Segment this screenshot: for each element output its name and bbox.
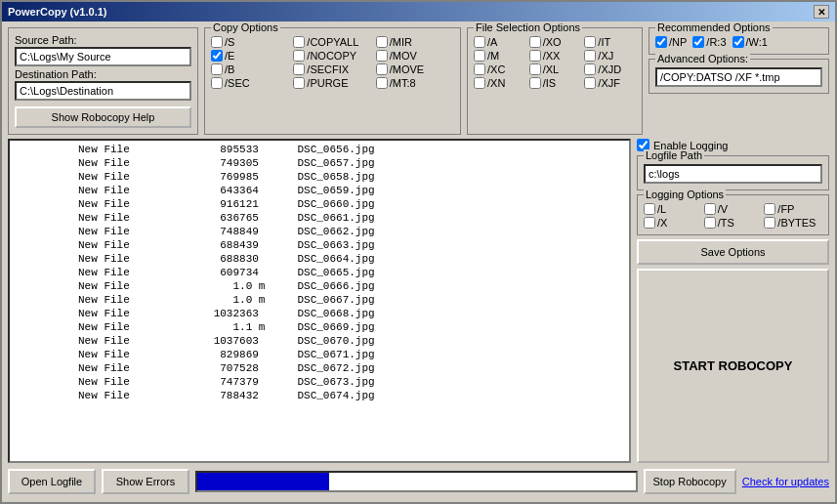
file-selection-option-item: /IS	[529, 77, 581, 89]
logging-options-panel: Logging Options /L/V/FP/X/TS/BYTES	[637, 194, 829, 235]
advanced-options-title: Advanced Options:	[655, 53, 750, 64]
logging-option-checkbox[interactable]	[704, 203, 716, 215]
main-content: Source Path: Destination Path: Show Robo…	[2, 21, 835, 502]
log-line: New File 747379 DSC_0673.jpg	[14, 375, 625, 389]
show-errors-button[interactable]: Show Errors	[102, 469, 189, 494]
file-selection-option-item: /XJ	[584, 50, 636, 62]
recommended-checkbox[interactable]	[732, 36, 744, 48]
copy-option-label: /MOV	[390, 50, 417, 62]
robocopy-help-button[interactable]: Show Robocopy Help	[15, 106, 191, 128]
logging-option-checkbox[interactable]	[644, 217, 655, 229]
stop-robocopy-button[interactable]: Stop Robocopy	[644, 469, 736, 494]
recommended-checkbox[interactable]	[692, 36, 704, 48]
copy-options-title: Copy Options	[211, 21, 280, 33]
file-selection-checkbox[interactable]	[584, 63, 596, 75]
source-path-label: Source Path:	[15, 34, 191, 46]
log-line: New File 916121 DSC_0660.jpg	[14, 197, 625, 211]
copy-option-checkbox[interactable]	[376, 63, 388, 75]
window-title: PowerCopy (v1.0.1)	[8, 6, 106, 18]
copy-option-label: /MT:8	[390, 77, 416, 89]
logfile-path-input[interactable]	[644, 164, 822, 184]
copy-option-checkbox[interactable]	[211, 50, 223, 62]
file-selection-label: /IS	[543, 77, 556, 89]
recommended-checkbox[interactable]	[655, 36, 667, 48]
copy-option-item: /MIR	[376, 36, 454, 48]
log-line: New File 707528 DSC_0672.jpg	[14, 361, 625, 375]
copy-option-checkbox[interactable]	[293, 36, 305, 48]
log-line: New File 788432 DSC_0674.jpg	[14, 389, 625, 402]
logging-option-checkbox[interactable]	[704, 217, 716, 229]
logfile-path-title: Logfile Path	[644, 149, 704, 161]
file-selection-checkbox[interactable]	[474, 50, 485, 62]
source-path-input[interactable]	[15, 47, 191, 66]
advanced-options-input[interactable]	[655, 67, 822, 87]
file-selection-label: /XJF	[598, 77, 620, 89]
logging-option-item: /BYTES	[764, 217, 822, 229]
titlebar: PowerCopy (v1.0.1) ✕	[2, 2, 835, 21]
start-robocopy-button[interactable]: START ROBOCOPY	[637, 269, 829, 463]
log-content: New File 895533 DSC_0656.jpg New File 74…	[10, 141, 629, 461]
copy-option-checkbox[interactable]	[376, 77, 388, 89]
destination-path-input[interactable]	[15, 81, 191, 101]
copy-option-checkbox[interactable]	[211, 36, 223, 48]
copy-option-item: /E	[211, 50, 289, 62]
copy-option-label: /MOVE	[390, 63, 424, 75]
logging-option-checkbox[interactable]	[764, 217, 775, 229]
copy-option-checkbox[interactable]	[376, 36, 388, 48]
logging-option-label: /L	[657, 203, 666, 215]
logging-option-label: /TS	[718, 217, 734, 229]
log-line: New File 636765 DSC_0661.jpg	[14, 211, 625, 225]
copy-option-label: /MIR	[390, 36, 412, 48]
log-wrapper: New File 895533 DSC_0656.jpg New File 74…	[8, 139, 631, 463]
copy-option-checkbox[interactable]	[293, 77, 305, 89]
logging-option-checkbox[interactable]	[644, 203, 655, 215]
copy-option-item: /B	[211, 63, 289, 75]
file-selection-option-item: /M	[474, 50, 525, 62]
file-selection-checkbox[interactable]	[529, 63, 541, 75]
log-line: New File 1.0 m DSC_0666.jpg	[14, 279, 625, 293]
file-selection-checkbox[interactable]	[474, 77, 485, 89]
copy-option-item: /NOCOPY	[293, 50, 371, 62]
copy-option-label: /S	[225, 36, 234, 48]
copy-option-item: /SEC	[211, 77, 289, 89]
save-options-button[interactable]: Save Options	[637, 239, 829, 265]
file-selection-checkbox[interactable]	[529, 77, 541, 89]
file-selection-label: /XX	[543, 50, 561, 62]
file-selection-checkbox[interactable]	[474, 36, 485, 48]
file-selection-checkbox[interactable]	[584, 50, 596, 62]
file-selection-label: /M	[487, 50, 499, 62]
recommended-label: /W:1	[746, 36, 768, 48]
file-selection-label: /XO	[543, 36, 562, 48]
copy-option-item: /MOVE	[376, 63, 454, 75]
file-selection-checkbox[interactable]	[474, 63, 485, 75]
file-selection-option-item: /XL	[529, 63, 581, 75]
logging-option-label: /V	[718, 203, 728, 215]
file-selection-label: /A	[487, 36, 497, 48]
copy-option-checkbox[interactable]	[293, 63, 305, 75]
copy-option-checkbox[interactable]	[211, 63, 223, 75]
copy-option-label: /E	[225, 50, 234, 62]
recommended-option-item: /NP	[655, 36, 687, 48]
logging-options-title: Logging Options	[644, 189, 726, 200]
file-selection-checkbox[interactable]	[529, 36, 541, 48]
file-selection-checkbox[interactable]	[584, 36, 596, 48]
progress-bar-fill	[197, 473, 329, 490]
log-line: New File 609734 DSC_0665.jpg	[14, 266, 625, 279]
copy-option-checkbox[interactable]	[376, 50, 388, 62]
file-selection-checkbox[interactable]	[584, 77, 596, 89]
recommended-option-item: /R:3	[692, 36, 726, 48]
right-top-column: Recommended Options /NP/R:3/W:1 Advanced…	[649, 27, 829, 135]
source-dest-panel: Source Path: Destination Path: Show Robo…	[8, 27, 198, 135]
copy-option-checkbox[interactable]	[211, 77, 223, 89]
check-updates-link[interactable]: Check for updates	[742, 476, 829, 487]
file-selection-checkbox[interactable]	[529, 50, 541, 62]
close-button[interactable]: ✕	[814, 5, 829, 19]
logging-option-label: /BYTES	[777, 217, 816, 229]
copy-option-checkbox[interactable]	[293, 50, 305, 62]
open-logfile-button[interactable]: Open Logfile	[8, 469, 96, 494]
log-line: New File 688439 DSC_0663.jpg	[14, 238, 625, 252]
file-selection-label: /IT	[598, 36, 610, 48]
log-line: New File 1032363 DSC_0668.jpg	[14, 307, 625, 320]
logging-option-checkbox[interactable]	[764, 203, 775, 215]
logging-option-item: /L	[644, 203, 702, 215]
